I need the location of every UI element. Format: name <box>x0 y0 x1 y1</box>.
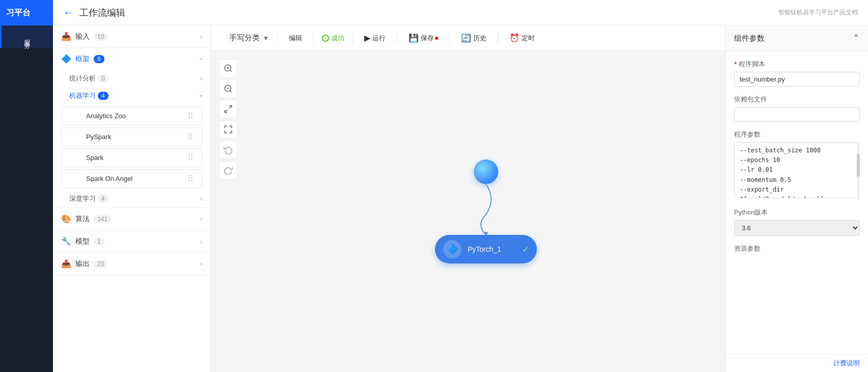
program-params-label: 程序参数 <box>734 130 860 139</box>
right-panel-title: 组件参数 <box>734 34 765 43</box>
section-model-label: 模型 <box>75 237 90 246</box>
right-panel-body: * 程序脚本 依赖包文件 程序参数 <box>726 51 868 354</box>
section-framework-label: 框架 <box>75 55 90 64</box>
section-input-chevron: › <box>200 33 202 40</box>
toolbar-schedule-section: ⏰ 定时 <box>498 31 546 45</box>
section-input-left: 📥 输入 10 <box>61 32 107 41</box>
section-output-label: 输出 <box>75 259 90 269</box>
redo-button[interactable] <box>219 161 237 179</box>
save-button[interactable]: 💾 保存 <box>405 31 441 45</box>
section-framework-count: 8 <box>94 55 104 63</box>
section-input-header[interactable]: 📥 输入 10 › <box>53 25 210 47</box>
section-input-count: 10 <box>94 33 107 41</box>
section-algorithm-count: 141 <box>94 215 111 223</box>
ml-chevron: › <box>198 95 205 97</box>
pyspark-label: PySpark <box>86 133 111 141</box>
save-unsaved-dot <box>435 37 438 40</box>
workflow-name[interactable]: 手写分类 ▼ <box>229 33 269 43</box>
spark-label: Spark <box>86 154 103 162</box>
ml-item-spark-angel[interactable]: Spark On Angel ⠿ <box>61 169 202 188</box>
back-button[interactable]: ← <box>63 7 73 18</box>
sidebar-item-label: 服务 <box>23 35 32 39</box>
collapse-button[interactable]: ⌃ <box>852 33 860 44</box>
workflow-name-label: 手写分类 <box>229 33 260 43</box>
save-icon: 💾 <box>409 33 419 43</box>
dl-left: 深度学习 4 <box>69 194 108 203</box>
section-output-left: 📤 输出 23 <box>61 259 107 269</box>
param-program-params: 程序参数 --test_batch_size 1000 --epochs 10 … <box>734 130 860 200</box>
python-version-label: Python版本 <box>734 208 860 217</box>
run-label: 运行 <box>372 34 386 43</box>
ml-item-pyspark[interactable]: PySpark ⠿ <box>61 127 202 146</box>
sub-section-ml[interactable]: 机器学习 4 › <box>53 87 210 104</box>
scrollbar-thumb[interactable] <box>857 154 860 177</box>
run-icon: ▶ <box>364 33 370 43</box>
section-algorithm-header[interactable]: 🎨 算法 141 › <box>53 208 210 230</box>
canvas-tools <box>219 59 237 179</box>
ml-item-spark[interactable]: Spark ⠿ <box>61 148 202 167</box>
output-chevron: › <box>200 260 202 268</box>
node-pytorch[interactable]: 🔷 PyTorch_1 ✓ <box>435 235 537 263</box>
node-start[interactable] <box>474 160 498 184</box>
section-model-header[interactable]: 🔧 模型 1 › <box>53 230 210 252</box>
toolbar-status-section: 成功 <box>314 34 353 43</box>
sub-section-statistics[interactable]: 统计分析 0 › <box>53 70 210 87</box>
fit-view-button[interactable] <box>219 100 237 118</box>
section-output: 📤 输出 23 › <box>53 253 210 275</box>
param-python-version: Python版本 2.7 3.5 3.6 3.7 <box>734 208 860 236</box>
zoom-out-button[interactable] <box>219 79 237 98</box>
pytorch-icon: 🔷 <box>443 240 462 258</box>
undo-button[interactable] <box>219 141 237 159</box>
section-output-header[interactable]: 📤 输出 23 › <box>53 253 210 275</box>
ml-count: 4 <box>98 92 108 100</box>
section-algorithm-label: 算法 <box>75 215 90 224</box>
drag-icon-spark: ⠿ <box>187 153 194 163</box>
section-framework-header[interactable]: 🔷 框架 8 › <box>53 48 210 70</box>
section-input-label: 输入 <box>75 32 90 41</box>
sidebar-item-service[interactable]: 服务 <box>0 25 53 48</box>
edit-button[interactable]: 编辑 <box>286 32 305 45</box>
pytorch-label: PyTorch_1 <box>468 245 501 253</box>
edit-label: 编辑 <box>289 34 302 43</box>
ml-item-analytics-zoo[interactable]: Analytics Zoo ⠿ <box>61 107 202 125</box>
sub-section-dl[interactable]: 深度学习 4 › <box>53 190 210 207</box>
section-model: 🔧 模型 1 › <box>53 230 210 253</box>
section-framework-left: 🔷 框架 8 <box>61 54 104 64</box>
ml-left: 机器学习 4 <box>69 91 108 100</box>
drag-icon-pyspark: ⠿ <box>187 132 194 142</box>
section-output-count: 23 <box>94 260 107 268</box>
python-version-select[interactable]: 2.7 3.5 3.6 3.7 <box>734 220 860 236</box>
resource-label: 资源参数 <box>734 244 860 253</box>
algorithm-chevron: › <box>200 216 202 223</box>
right-panel: 组件参数 ⌃ * 程序脚本 依赖包文件 <box>725 25 868 372</box>
schedule-button[interactable]: ⏰ 定时 <box>506 31 538 45</box>
run-button[interactable]: ▶ 运行 <box>361 31 389 45</box>
required-star: * <box>734 60 737 68</box>
left-panel: 📥 输入 10 › 🔷 框架 8 › <box>53 25 211 372</box>
expand-button[interactable] <box>219 120 237 139</box>
doc-link[interactable]: 智能钛机器学习平台产品文档 <box>778 9 858 16</box>
drag-icon-analytics: ⠿ <box>187 111 194 121</box>
drag-icon-spark-angel: ⠿ <box>187 174 194 183</box>
algorithm-icon: 🎨 <box>61 214 71 224</box>
fee-link[interactable]: 计费说明 <box>833 359 860 368</box>
history-button[interactable]: 🔄 历史 <box>458 31 490 45</box>
dl-label: 深度学习 <box>69 194 96 203</box>
topbar-left: ← 工作流编辑 <box>63 7 125 19</box>
sidebar: 习平台 服务 <box>0 0 53 372</box>
schedule-icon: ⏰ <box>509 33 520 43</box>
workflow-canvas: 🔷 PyTorch_1 ✓ <box>247 51 725 372</box>
page-title: 工作流编辑 <box>79 7 125 19</box>
program-script-input[interactable] <box>734 72 860 87</box>
node-connector <box>481 184 491 235</box>
sidebar-title: 习平台 <box>6 8 31 18</box>
dependency-input[interactable] <box>734 107 860 122</box>
section-input: 📥 输入 10 › <box>53 25 210 48</box>
topbar: ← 工作流编辑 智能钛机器学习平台产品文档 <box>53 0 868 25</box>
zoom-in-button[interactable] <box>219 59 237 77</box>
toolbar-save-section: 💾 保存 <box>397 31 450 45</box>
program-params-input[interactable]: --test_batch_size 1000 --epochs 10 --lr … <box>734 142 860 198</box>
section-algorithm: 🎨 算法 141 › <box>53 208 210 230</box>
canvas-body: 🔷 PyTorch_1 ✓ <box>211 51 725 372</box>
section-model-count: 1 <box>94 237 104 246</box>
